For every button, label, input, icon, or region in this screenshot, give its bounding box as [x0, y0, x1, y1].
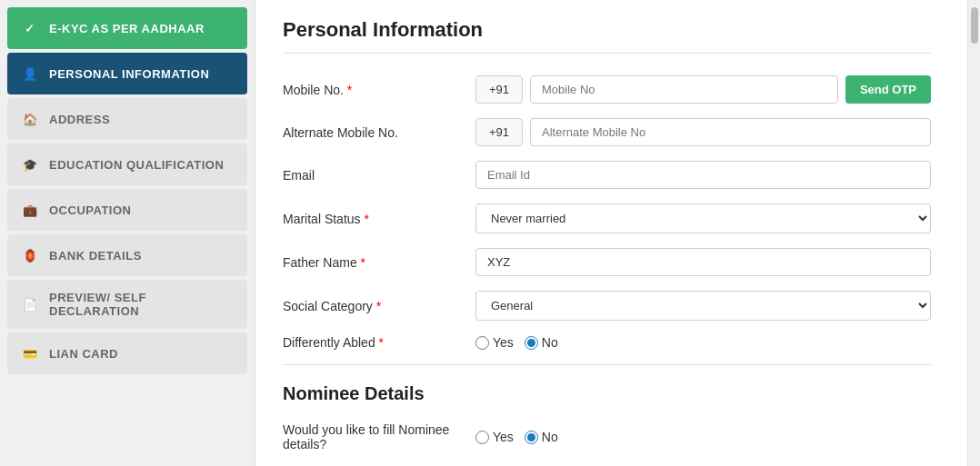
send-otp-button[interactable]: Send OTP — [845, 75, 931, 104]
sidebar-item-personal[interactable]: 👤 PERSONAL INFORMATION — [7, 53, 247, 94]
mobile-input[interactable] — [530, 75, 838, 104]
scrollbar-thumb — [971, 7, 978, 44]
sidebar-item-preview-label: PREVIEW/ SELF DECLARATION — [49, 291, 235, 318]
nominee-fields: Yes No — [475, 430, 931, 444]
nominee-no-radio[interactable] — [525, 431, 538, 444]
sidebar-item-bank-label: BANK DETAILS — [49, 249, 142, 263]
marital-fields: Never married Married Widowed Divorced — [475, 203, 931, 233]
nominee-question-row: Would you like to fill Nominee details? … — [283, 422, 931, 451]
social-label: Social Category * — [283, 299, 465, 313]
differently-abled-yes-label[interactable]: Yes — [475, 335, 514, 350]
alt-mobile-label: Alternate Mobile No. — [283, 125, 465, 140]
mobile-country-code: +91 — [475, 75, 523, 104]
father-label: Father Name * — [283, 255, 465, 270]
sidebar-item-lian-label: LIAN CARD — [49, 347, 118, 361]
alt-mobile-input[interactable] — [530, 118, 931, 146]
social-select[interactable]: General OBC SC ST — [475, 291, 931, 321]
nominee-yes-label[interactable]: Yes — [475, 430, 514, 444]
check-circle-icon: ✓ — [20, 18, 40, 38]
marital-row: Marital Status * Never married Married W… — [283, 203, 931, 233]
mobile-row: Mobile No. * +91 Send OTP — [283, 75, 931, 104]
social-row: Social Category * General OBC SC ST — [283, 291, 931, 321]
sidebar: ✓ E-KYC AS PER AADHAAR 👤 PERSONAL INFORM… — [0, 0, 255, 466]
differently-abled-row: Differently Abled * Yes No — [283, 335, 931, 350]
page-title: Personal Information — [283, 18, 931, 54]
email-input[interactable] — [475, 161, 931, 189]
social-required: * — [376, 299, 381, 313]
sidebar-item-personal-label: PERSONAL INFORMATION — [49, 67, 209, 81]
differently-abled-fields: Yes No — [475, 335, 931, 350]
sidebar-item-occupation[interactable]: 💼 OCCUPATION — [7, 189, 247, 231]
differently-abled-no-label[interactable]: No — [525, 335, 558, 350]
sidebar-item-preview[interactable]: 📄 PREVIEW/ SELF DECLARATION — [7, 280, 247, 329]
nominee-no-label[interactable]: No — [525, 430, 558, 444]
sidebar-item-education[interactable]: 🎓 EDUCATION QUALIFICATION — [7, 144, 247, 185]
email-fields — [475, 161, 931, 189]
card-icon: 💳 — [20, 343, 40, 363]
scrollbar[interactable] — [967, 0, 980, 466]
differently-abled-label: Differently Abled * — [283, 335, 465, 350]
mobile-fields: +91 Send OTP — [475, 75, 931, 104]
email-row: Email — [283, 161, 931, 189]
father-required: * — [361, 255, 365, 270]
differently-abled-required: * — [379, 335, 384, 350]
sidebar-item-bank[interactable]: 🏮 BANK DETAILS — [7, 234, 247, 276]
sidebar-item-ekyc-label: E-KYC AS PER AADHAAR — [49, 22, 205, 35]
differently-abled-yes-radio[interactable] — [475, 336, 489, 350]
marital-label: Marital Status * — [283, 212, 465, 226]
marital-required: * — [364, 212, 368, 226]
alt-mobile-fields: +91 — [475, 118, 931, 146]
nominee-section-title: Nominee Details — [283, 383, 931, 404]
graduation-icon: 🎓 — [20, 154, 40, 174]
sidebar-item-education-label: EDUCATION QUALIFICATION — [49, 158, 224, 172]
social-fields: General OBC SC ST — [475, 291, 931, 321]
sidebar-item-occupation-label: OCCUPATION — [49, 203, 131, 217]
marital-select[interactable]: Never married Married Widowed Divorced — [475, 203, 931, 233]
alt-mobile-row: Alternate Mobile No. +91 — [283, 118, 931, 146]
differently-abled-no-radio[interactable] — [525, 336, 538, 350]
main-content: Personal Information Mobile No. * +91 Se… — [255, 0, 967, 466]
mobile-label: Mobile No. * — [283, 83, 465, 97]
sidebar-item-address[interactable]: 🏠 ADDRESS — [7, 98, 247, 140]
father-input[interactable] — [475, 248, 931, 276]
alt-mobile-country-code: +91 — [475, 118, 523, 146]
bank-icon: 🏮 — [20, 245, 40, 265]
father-row: Father Name * — [283, 248, 931, 276]
father-fields — [475, 248, 931, 276]
nominee-yes-radio[interactable] — [475, 431, 489, 444]
nominee-question-label: Would you like to fill Nominee details? — [283, 422, 465, 451]
sidebar-item-ekyc[interactable]: ✓ E-KYC AS PER AADHAAR — [7, 7, 247, 49]
document-icon: 📄 — [20, 294, 40, 314]
person-icon: 👤 — [20, 64, 40, 84]
section-divider — [283, 364, 931, 365]
home-icon: 🏠 — [20, 109, 40, 129]
email-label: Email — [283, 168, 465, 183]
briefcase-icon: 💼 — [20, 200, 40, 220]
sidebar-item-address-label: ADDRESS — [49, 113, 110, 126]
sidebar-item-lian[interactable]: 💳 LIAN CARD — [7, 332, 247, 374]
mobile-required: * — [347, 83, 352, 97]
